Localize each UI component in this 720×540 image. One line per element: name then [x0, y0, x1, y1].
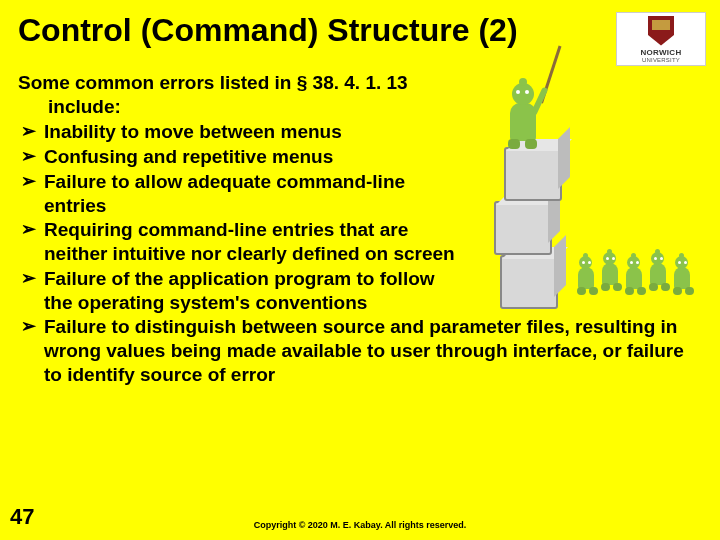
slide-title: Control (Command) Structure (2) — [0, 0, 560, 55]
intro-line-2: include: — [18, 95, 448, 119]
bullet-item: Confusing and repetitive menus — [18, 145, 458, 169]
slide-content: Some common errors listed in § 38. 4. 1.… — [0, 55, 720, 387]
leader-illustration — [474, 59, 704, 329]
bullet-item: Failure of the application program to fo… — [18, 267, 458, 315]
page-number: 47 — [10, 504, 34, 530]
intro-text: Some common errors listed in § 38. 4. 1.… — [18, 71, 448, 119]
crowd-figure-icon — [578, 267, 594, 289]
copyright-text: Copyright © 2020 M. E. Kabay. All rights… — [254, 520, 467, 530]
crowd-figure-icon — [602, 263, 618, 285]
crowd-figure-icon — [674, 267, 690, 289]
bullet-item: Failure to allow adequate command-line e… — [18, 170, 458, 218]
shield-icon — [648, 16, 674, 46]
bullet-item: Requiring command-line entries that are … — [18, 218, 458, 266]
bullet-item: Inability to move between menus — [18, 120, 458, 144]
crowd-figure-icon — [626, 267, 642, 289]
crowd-figure-icon — [650, 263, 666, 285]
leader-figure-icon — [510, 103, 536, 141]
intro-line-1: Some common errors listed in § 38. 4. 1.… — [18, 72, 408, 93]
